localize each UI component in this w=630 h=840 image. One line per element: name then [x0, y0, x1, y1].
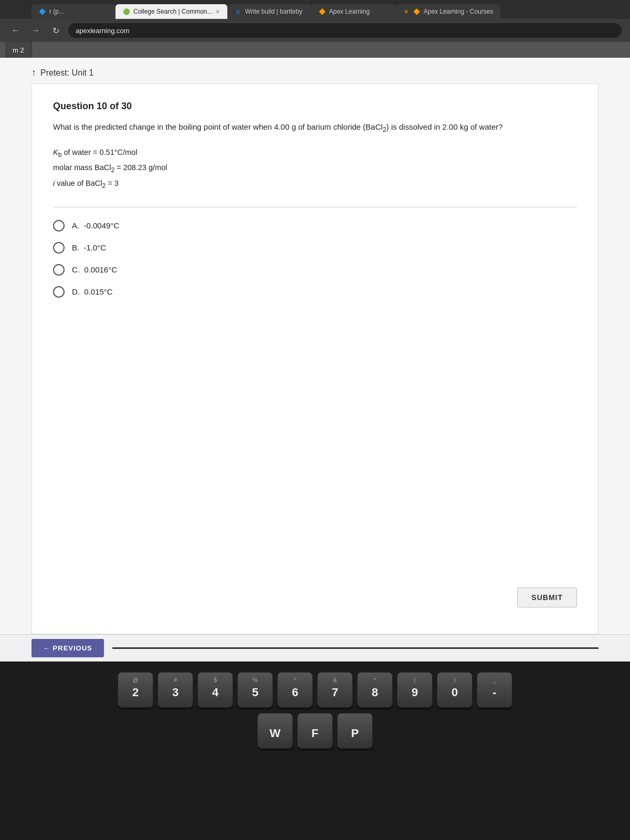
answer-options: A. -0.0049°C B. -1.0°C C. 0.0016°C D. 0.…: [53, 220, 577, 298]
browser-tab-4[interactable]: 🔶 Apex Learning: [311, 4, 395, 19]
answer-option-d[interactable]: D. 0.015°C: [53, 286, 577, 298]
question-title: Question 10 of 30: [53, 101, 577, 112]
key-8[interactable]: * 8: [357, 672, 393, 708]
answer-label-d: D. 0.015°C: [72, 287, 113, 296]
breadcrumb-text: Pretest: Unit 1: [40, 68, 93, 78]
tab2-label: College Search | Common...: [133, 8, 213, 15]
previous-button[interactable]: ← PREVIOUS: [32, 639, 104, 657]
given-line-2: molar mass BaCl2 = 208.23 g/mol: [53, 161, 577, 176]
key-0[interactable]: ) 0: [437, 672, 472, 708]
answer-option-a[interactable]: A. -0.0049°C: [53, 220, 577, 232]
key-minus[interactable]: _ -: [477, 672, 512, 708]
tab5-label: Apex Learning - Courses: [424, 8, 494, 15]
tab1-favicon: 🔷: [39, 8, 46, 15]
given-line-3: i value of BaCl2 = 3: [53, 176, 577, 192]
tab4-label: Apex Learning: [329, 8, 388, 15]
browser-tab-1[interactable]: 🔷 r (p...: [32, 4, 116, 19]
key-w[interactable]: W: [257, 713, 293, 749]
address-input[interactable]: [68, 23, 622, 38]
keyboard-area: @ 2 # 3 $ 4 % 5 ^ 6 & 7 * 8 ( 9: [0, 662, 630, 840]
submit-button[interactable]: SUBMIT: [517, 587, 577, 607]
browser-tab-5[interactable]: ✕ 🔶 Apex Learning - Courses: [395, 4, 501, 19]
tab4-favicon: 🔶: [319, 8, 326, 15]
radio-d[interactable]: [53, 286, 65, 298]
submit-row: SUBMIT: [53, 587, 577, 613]
tab-bar: 🔷 r (p... 🟢 College Search | Common... ×…: [0, 0, 630, 19]
forward-button[interactable]: →: [28, 23, 43, 38]
answer-label-a: A. -0.0049°C: [72, 221, 119, 230]
reload-button[interactable]: ↻: [48, 23, 63, 38]
radio-b[interactable]: [53, 242, 65, 254]
tab3-label: Write build | bartleby: [245, 8, 304, 15]
given-line-1: Kb of water = 0.51°C/mol: [53, 145, 577, 161]
tab2-close-icon[interactable]: ×: [216, 7, 220, 16]
key-2[interactable]: @ 2: [118, 672, 153, 708]
answer-option-b[interactable]: B. -1.0°C: [53, 242, 577, 254]
browser-tab-2[interactable]: 🟢 College Search | Common... ×: [116, 4, 227, 19]
breadcrumb-icon: ↑: [32, 67, 36, 78]
question-body: What is the predicted change in the boil…: [53, 121, 577, 135]
answer-option-c[interactable]: C. 0.0016°C: [53, 264, 577, 276]
key-5[interactable]: % 5: [237, 672, 273, 708]
key-f[interactable]: F: [297, 713, 333, 749]
key-6[interactable]: ^ 6: [277, 672, 313, 708]
key-9[interactable]: ( 9: [397, 672, 433, 708]
answer-label-b: B. -1.0°C: [72, 243, 106, 252]
key-3[interactable]: # 3: [158, 672, 193, 708]
question-given: Kb of water = 0.51°C/mol molar mass BaCl…: [53, 145, 577, 192]
key-p[interactable]: P: [337, 713, 373, 749]
divider: [53, 207, 577, 207]
bottom-nav: ← PREVIOUS: [0, 634, 630, 662]
breadcrumb: ↑ Pretest: Unit 1: [0, 58, 630, 83]
bottom-line: [112, 647, 598, 649]
radio-c[interactable]: [53, 264, 65, 276]
tab3-favicon: b: [235, 8, 242, 15]
sub-tab-row: m 2: [0, 42, 630, 58]
answer-label-c: C. 0.0016°C: [72, 265, 117, 274]
keyboard-row-2: W F P: [257, 713, 373, 749]
m2-tab-label: m 2: [13, 46, 24, 54]
tab2-favicon: 🟢: [123, 8, 130, 15]
keyboard-row-1: @ 2 # 3 $ 4 % 5 ^ 6 & 7 * 8 ( 9: [118, 672, 512, 708]
back-button[interactable]: ←: [8, 23, 23, 38]
page-content: ↑ Pretest: Unit 1 Question 10 of 30 What…: [0, 58, 630, 662]
tab5-favicon2: 🔶: [413, 8, 421, 15]
tab5-favicon: ✕: [403, 8, 410, 15]
key-7[interactable]: & 7: [317, 672, 353, 708]
question-card: Question 10 of 30 What is the predicted …: [32, 83, 598, 634]
tab1-label: r (p...: [49, 8, 108, 15]
key-4[interactable]: $ 4: [197, 672, 233, 708]
radio-a[interactable]: [53, 220, 65, 232]
m2-tab[interactable]: m 2: [5, 42, 32, 58]
browser-tab-3[interactable]: b Write build | bartleby: [227, 4, 311, 19]
address-bar: ← → ↻: [0, 19, 630, 42]
